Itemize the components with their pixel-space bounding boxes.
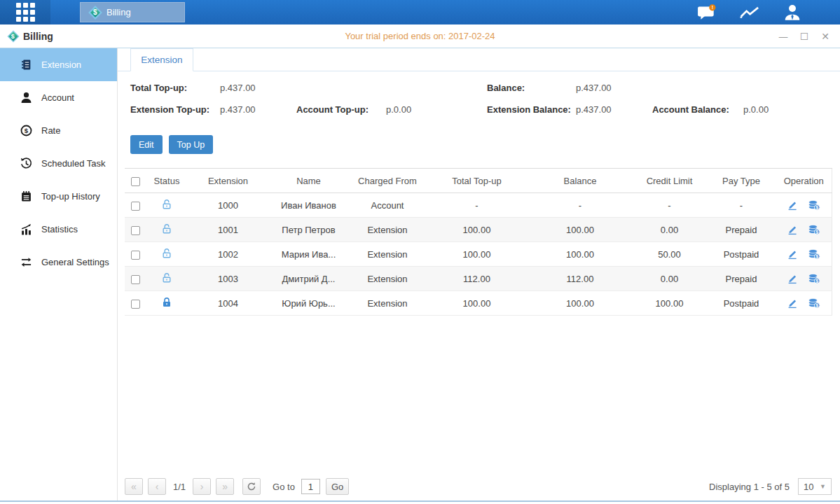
cell-balance: - bbox=[528, 193, 633, 218]
cell-credit-limit: 100.00 bbox=[633, 291, 706, 316]
unlocked-icon[interactable] bbox=[161, 248, 172, 261]
total-topup-value: p.437.00 bbox=[220, 83, 256, 93]
col-pay-type: Pay Type bbox=[706, 169, 776, 193]
account-topup-value: p.0.00 bbox=[386, 104, 411, 115]
row-checkbox[interactable] bbox=[131, 300, 140, 309]
sidebar-item-label: General Settings bbox=[41, 257, 109, 267]
svg-text:$: $ bbox=[816, 205, 819, 211]
top-up-coins-icon[interactable]: $ bbox=[808, 273, 820, 284]
cell-name: Дмитрий Д... bbox=[268, 267, 349, 291]
line-chart-icon bbox=[739, 5, 760, 20]
tab-extension[interactable]: Extension bbox=[130, 48, 193, 71]
table-row: 1001 Петр Петров Extension 100.00 100.00… bbox=[125, 218, 832, 242]
billing-diamond-icon: $ bbox=[88, 6, 102, 20]
clock-arrow-icon bbox=[20, 158, 32, 169]
user-account-button[interactable] bbox=[782, 4, 803, 22]
displaying-text: Displaying 1 - 5 of 5 bbox=[709, 482, 790, 492]
first-page-button[interactable]: « bbox=[125, 478, 143, 495]
cell-pay-type: Postpaid bbox=[706, 242, 776, 267]
svg-text:$: $ bbox=[25, 127, 29, 134]
cell-pay-type: Prepaid bbox=[706, 267, 776, 291]
sidebar-item-label: Scheduled Task bbox=[41, 158, 106, 169]
edit-pencil-icon[interactable] bbox=[787, 298, 798, 309]
next-page-button[interactable]: › bbox=[193, 478, 211, 495]
refresh-icon bbox=[247, 482, 256, 491]
unlocked-icon[interactable] bbox=[161, 199, 172, 212]
sidebar-item-topup-history[interactable]: Top-up History bbox=[0, 180, 117, 213]
cell-credit-limit: 50.00 bbox=[633, 242, 706, 267]
cell-charged-from: Account bbox=[349, 193, 426, 218]
row-checkbox[interactable] bbox=[131, 226, 140, 235]
page-size-select[interactable]: 10 ▼ bbox=[798, 478, 832, 495]
sidebar-item-label: Account bbox=[41, 92, 74, 103]
edit-pencil-icon[interactable] bbox=[787, 200, 798, 211]
cell-pay-type: Prepaid bbox=[706, 218, 776, 242]
notepad-icon bbox=[20, 190, 32, 202]
table-row: 1003 Дмитрий Д... Extension 112.00 112.0… bbox=[125, 267, 832, 291]
select-all-checkbox[interactable] bbox=[131, 177, 140, 186]
sidebar-item-label: Top-up History bbox=[41, 191, 100, 202]
edit-pencil-icon[interactable] bbox=[787, 273, 798, 284]
top-up-coins-icon[interactable]: $ bbox=[808, 298, 820, 309]
cell-extension: 1001 bbox=[188, 218, 268, 242]
minimize-button[interactable]: — bbox=[777, 30, 790, 43]
top-up-button[interactable]: Top Up bbox=[169, 135, 214, 154]
row-checkbox[interactable] bbox=[131, 275, 140, 284]
app-launcher-button[interactable] bbox=[0, 0, 50, 24]
sidebar-item-extension[interactable]: Extension bbox=[0, 48, 117, 81]
col-credit-limit: Credit Limit bbox=[633, 169, 706, 193]
cell-balance: 100.00 bbox=[528, 242, 633, 267]
extension-table-wrap: Status Extension Name Charged From Total… bbox=[125, 168, 832, 316]
taskbar-tab-billing[interactable]: $ Billing bbox=[80, 2, 185, 22]
messages-button[interactable]: ! bbox=[696, 4, 717, 22]
sidebar-item-label: Extension bbox=[41, 59, 81, 70]
locked-icon[interactable] bbox=[161, 297, 172, 310]
resource-monitor-button[interactable] bbox=[739, 4, 760, 22]
row-checkbox[interactable] bbox=[131, 202, 140, 211]
refresh-button[interactable] bbox=[242, 478, 261, 495]
goto-page-input[interactable] bbox=[301, 479, 320, 494]
go-button[interactable]: Go bbox=[326, 478, 349, 495]
unlocked-icon[interactable] bbox=[161, 223, 172, 237]
balance-value: p.437.00 bbox=[576, 83, 612, 93]
close-button[interactable]: ✕ bbox=[819, 30, 832, 43]
top-up-coins-icon[interactable]: $ bbox=[808, 200, 820, 211]
unlocked-icon[interactable] bbox=[161, 272, 172, 286]
page-indicator: 1/1 bbox=[173, 482, 186, 492]
sidebar-item-rate[interactable]: $ Rate bbox=[0, 114, 117, 147]
sidebar-item-scheduled-task[interactable]: Scheduled Task bbox=[0, 147, 117, 180]
col-balance: Balance bbox=[528, 169, 633, 193]
cell-pay-type: Postpaid bbox=[706, 291, 776, 316]
svg-text:$: $ bbox=[816, 254, 819, 260]
cell-name: Петр Петров bbox=[268, 218, 349, 242]
total-topup-label: Total Top-up: bbox=[130, 83, 187, 93]
chevron-down-icon: ▼ bbox=[820, 483, 826, 490]
sidebar-item-statistics[interactable]: Statistics bbox=[0, 213, 117, 246]
prev-page-button[interactable]: ‹ bbox=[148, 478, 166, 495]
cell-balance: 100.00 bbox=[528, 291, 633, 316]
main-content: Extension Total Top-up: p.437.00 Balance… bbox=[118, 48, 840, 500]
cell-pay-type: - bbox=[706, 193, 776, 218]
row-checkbox[interactable] bbox=[131, 251, 140, 260]
maximize-button[interactable]: ☐ bbox=[798, 30, 811, 43]
cell-extension: 1002 bbox=[188, 242, 268, 267]
cell-balance: 112.00 bbox=[528, 267, 633, 291]
top-up-coins-icon[interactable]: $ bbox=[808, 248, 820, 260]
page-size-value: 10 bbox=[804, 482, 813, 492]
svg-text:$: $ bbox=[816, 230, 819, 235]
top-up-coins-icon[interactable]: $ bbox=[808, 224, 820, 235]
table-row: 1002 Мария Ива... Extension 100.00 100.0… bbox=[125, 242, 832, 267]
table-row: 1004 Юрий Юрь... Extension 100.00 100.00… bbox=[125, 291, 832, 316]
extension-balance-value: p.437.00 bbox=[576, 104, 612, 115]
sidebar-item-account[interactable]: Account bbox=[0, 81, 117, 114]
extension-table: Status Extension Name Charged From Total… bbox=[125, 168, 832, 316]
edit-button[interactable]: Edit bbox=[130, 135, 163, 154]
edit-pencil-icon[interactable] bbox=[787, 224, 798, 235]
cell-balance: 100.00 bbox=[528, 218, 633, 242]
sidebar: Extension Account $ Rate Scheduled Task bbox=[0, 48, 118, 500]
last-page-button[interactable]: » bbox=[216, 478, 234, 495]
sidebar-item-general-settings[interactable]: General Settings bbox=[0, 246, 117, 279]
billing-diamond-icon: $ bbox=[8, 30, 20, 42]
edit-pencil-icon[interactable] bbox=[787, 248, 798, 260]
sidebar-item-label: Statistics bbox=[41, 224, 78, 234]
